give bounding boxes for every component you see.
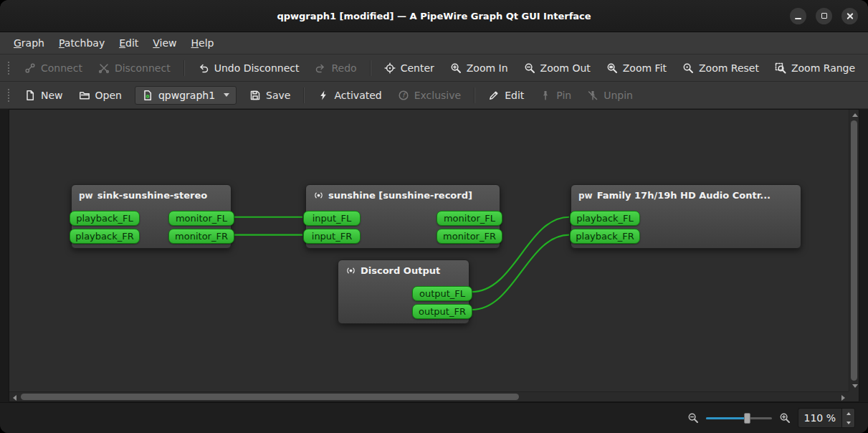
port-output[interactable]: output_FL	[412, 286, 472, 301]
exclusive-button: f Exclusive	[391, 86, 468, 105]
scrollbar-corner	[849, 391, 859, 401]
graph-canvas[interactable]: pw sink-sunshine-stereo playback_FL play…	[9, 110, 849, 391]
port-input[interactable]: playback_FL	[70, 211, 140, 226]
zoom-spinbox[interactable]: 110 %	[798, 408, 855, 428]
node-sunshine-record[interactable]: sunshine [sunshine-record] input_FL inpu…	[305, 184, 500, 249]
open-button[interactable]: Open	[72, 86, 129, 105]
port-output[interactable]: monitor_FR	[168, 229, 234, 244]
undo-disconnect-label: Undo Disconnect	[214, 62, 300, 74]
menu-patchbay[interactable]: Patchbay	[52, 35, 111, 51]
unpin-button: Unpin	[580, 86, 640, 105]
scroll-right-arrow[interactable]	[841, 395, 845, 401]
zoom-value[interactable]: 110 %	[798, 409, 841, 427]
disconnect-icon	[98, 62, 110, 74]
port-output[interactable]: monitor_FR	[437, 229, 502, 244]
chevron-down-icon	[224, 93, 229, 97]
center-label: Center	[401, 62, 434, 74]
zoom-slider[interactable]	[706, 411, 772, 425]
zoom-reset-button[interactable]: Zoom Reset	[675, 59, 766, 77]
pipewire-icon: pw	[578, 191, 593, 201]
window-title: qpwgraph1 [modified] — A PipeWire Graph …	[277, 11, 591, 22]
open-label: Open	[95, 90, 122, 101]
open-folder-icon	[79, 90, 90, 101]
file-toolbar: New Open qpwgraph1 Save Activated f Excl…	[0, 82, 868, 109]
maximize-button[interactable]	[816, 8, 832, 24]
scroll-up-arrow[interactable]	[852, 113, 858, 117]
port-input[interactable]: input_FL	[303, 211, 361, 226]
port-input[interactable]: playback_FR	[570, 229, 640, 244]
spin-buttons	[841, 409, 854, 427]
activated-button[interactable]: Activated	[310, 86, 388, 105]
spin-up-button[interactable]	[842, 409, 854, 418]
minimize-button[interactable]	[790, 8, 806, 24]
titlebar: qpwgraph1 [modified] — A PipeWire Graph …	[0, 0, 868, 32]
menu-view[interactable]: View	[146, 35, 183, 51]
zoom-range-button[interactable]: Zoom Range	[768, 59, 862, 77]
horizontal-scroll-thumb[interactable]	[21, 394, 519, 400]
zoom-slider-handle[interactable]	[744, 413, 750, 424]
port-output[interactable]: output_FR	[412, 304, 472, 319]
exclusive-icon: f	[398, 90, 409, 101]
port-input[interactable]: input_FR	[303, 229, 361, 244]
close-button[interactable]	[841, 8, 858, 24]
unpin-icon	[587, 90, 598, 101]
maximize-icon	[821, 13, 827, 19]
close-icon	[846, 12, 854, 20]
zoom-slider-fill	[706, 417, 747, 419]
zoom-in-icon[interactable]	[779, 412, 791, 424]
scroll-left-arrow[interactable]	[13, 395, 16, 401]
zoom-out-icon[interactable]	[687, 412, 699, 424]
app-window: qpwgraph1 [modified] — A PipeWire Graph …	[0, 0, 868, 433]
node-header[interactable]: Discord Output	[338, 260, 469, 279]
window-controls	[790, 0, 858, 32]
menu-graph[interactable]: Graph	[7, 35, 51, 51]
vertical-scrollbar[interactable]	[849, 110, 859, 391]
port-input[interactable]: playback_FL	[570, 211, 640, 226]
toolbar-drag-handle[interactable]	[6, 87, 11, 103]
new-file-icon	[24, 90, 36, 101]
port-input[interactable]: playback_FR	[70, 229, 140, 244]
menubar: Graph Patchbay Edit View Help	[0, 32, 868, 54]
zoom-range-label: Zoom Range	[791, 62, 855, 74]
undo-icon	[198, 62, 209, 74]
graph-toolbar: Connect Disconnect Undo Disconnect Redo …	[0, 54, 868, 82]
node-sink-sunshine-stereo[interactable]: pw sink-sunshine-stereo playback_FL play…	[71, 184, 232, 249]
arrow-down-icon	[846, 422, 851, 424]
graph-widget: pw sink-sunshine-stereo playback_FL play…	[9, 109, 859, 402]
node-discord-output[interactable]: Discord Output output_FL output_FR	[338, 260, 469, 324]
port-output[interactable]: monitor_FL	[168, 211, 234, 226]
spin-down-button[interactable]	[842, 418, 854, 427]
port-output[interactable]: monitor_FL	[437, 211, 502, 226]
node-family-hd-audio[interactable]: pw Family 17h/19h HD Audio Contr... play…	[571, 184, 801, 249]
zoom-reset-label: Zoom Reset	[699, 62, 759, 74]
zoom-fit-button[interactable]: Zoom Fit	[599, 59, 674, 77]
node-title: sunshine [sunshine-record]	[328, 190, 472, 201]
node-header[interactable]: sunshine [sunshine-record]	[306, 185, 500, 204]
new-button[interactable]: New	[17, 86, 70, 105]
central-area: pw sink-sunshine-stereo playback_FL play…	[0, 109, 868, 402]
activated-label: Activated	[334, 90, 381, 101]
pipewire-icon: pw	[79, 191, 93, 201]
horizontal-scrollbar[interactable]	[9, 391, 849, 401]
record-icon	[345, 265, 356, 276]
redo-label: Redo	[331, 62, 356, 74]
edit-button[interactable]: Edit	[481, 86, 531, 105]
zoom-slider-groove[interactable]	[706, 417, 772, 419]
center-button[interactable]: Center	[377, 59, 442, 77]
arrow-up-icon	[846, 412, 851, 415]
vertical-scroll-thumb[interactable]	[851, 120, 857, 381]
zoom-out-icon	[524, 62, 535, 74]
node-header[interactable]: pw sink-sunshine-stereo	[72, 185, 231, 204]
node-header[interactable]: pw Family 17h/19h HD Audio Contr...	[571, 185, 801, 204]
session-combobox[interactable]: qpwgraph1	[135, 86, 237, 105]
zoom-out-button[interactable]: Zoom Out	[517, 59, 598, 77]
zoom-in-button[interactable]: Zoom In	[443, 59, 515, 77]
undo-disconnect-button[interactable]: Undo Disconnect	[191, 59, 307, 77]
menu-help[interactable]: Help	[185, 35, 221, 51]
toolbar-drag-handle[interactable]	[6, 60, 11, 76]
scroll-down-arrow[interactable]	[852, 384, 858, 388]
menu-edit[interactable]: Edit	[113, 35, 145, 51]
zoom-fit-icon	[606, 62, 618, 74]
lightning-icon	[318, 90, 329, 101]
save-button[interactable]: Save	[242, 86, 297, 105]
